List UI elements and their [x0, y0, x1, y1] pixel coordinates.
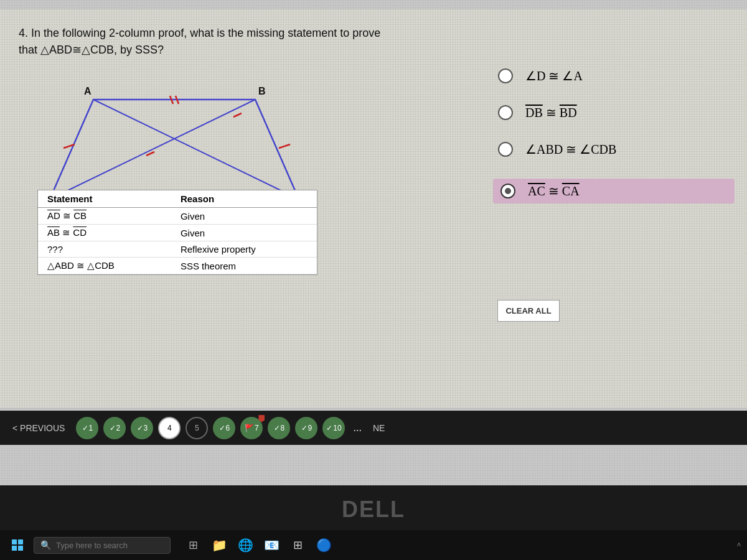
- svg-rect-13: [12, 546, 17, 551]
- radio-b[interactable]: [498, 105, 513, 120]
- svg-marker-0: [50, 100, 299, 199]
- question-number: 4.: [19, 27, 28, 39]
- svg-line-2: [93, 100, 299, 199]
- table-row: ??? Reflexive property: [38, 241, 317, 258]
- table-row: AB ≅ CD Given: [38, 225, 317, 241]
- content-area: 4. In the following 2-column proof, what…: [0, 9, 747, 408]
- screen: 4. In the following 2-column proof, what…: [0, 0, 747, 485]
- table-header-reason: Reason: [171, 190, 317, 208]
- vertex-a: A: [84, 86, 92, 96]
- radio-a[interactable]: [498, 68, 513, 83]
- search-icon: 🔍: [40, 540, 51, 551]
- windows-taskbar: 🔍 ⊞ 📁 🌐 📧 ⊞ 🔵 ^: [0, 530, 747, 560]
- table-header-statement: Statement: [38, 190, 171, 208]
- taskbar-mail-icon[interactable]: 📧: [260, 534, 283, 556]
- nav-num-7[interactable]: 🚩 7: [240, 417, 263, 439]
- taskbar-time: ^: [737, 541, 741, 550]
- vertex-b: B: [258, 86, 266, 96]
- taskbar-file-icon[interactable]: 📁: [208, 534, 230, 556]
- taskbar-chrome-icon[interactable]: 🔵: [312, 534, 335, 556]
- statement-1: AD ≅ CB: [38, 208, 171, 225]
- statement-3: ???: [38, 241, 171, 258]
- taskbar-icons: ⊞ 📁 🌐 📧 ⊞ 🔵: [182, 534, 335, 556]
- svg-line-9: [233, 113, 242, 117]
- nav-num-2[interactable]: ✓ 2: [103, 417, 126, 439]
- radio-d[interactable]: [500, 184, 515, 198]
- question-line2: that △ABD≅△CDB, by SSS?: [19, 42, 380, 58]
- answer-area: ∠D ≅ ∠A DB ≅ BD ∠ABD ≅ ∠CDB AC ≅ CA: [498, 68, 735, 225]
- nav-num-9[interactable]: ✓ 9: [295, 417, 317, 439]
- navigation-bar: < PREVIOUS ✓ 1 ✓ 2 ✓ 3 4 5 ✓ 6: [0, 411, 747, 445]
- svg-line-1: [50, 100, 255, 199]
- nav-dots: ...: [353, 421, 362, 434]
- question-text-line2: that △ABD≅△CDB, by SSS?: [19, 44, 164, 56]
- dell-logo: DELL: [342, 497, 405, 523]
- taskbar-search[interactable]: 🔍: [34, 537, 171, 554]
- next-button[interactable]: NE: [373, 423, 385, 433]
- clear-all-button[interactable]: CLEAR ALL: [497, 300, 560, 322]
- svg-rect-11: [12, 539, 17, 544]
- taskbar-right: ^: [737, 541, 741, 550]
- reason-4: SSS theorem: [171, 258, 317, 274]
- answer-text-c: ∠ABD ≅ ∠CDB: [525, 142, 616, 157]
- windows-start-button[interactable]: [6, 534, 29, 556]
- answer-choice-a[interactable]: ∠D ≅ ∠A: [498, 68, 735, 83]
- previous-button[interactable]: < PREVIOUS: [12, 423, 65, 433]
- answer-text-d: AC ≅ CA: [528, 184, 580, 198]
- reason-1: Given: [171, 208, 317, 225]
- statement-4: △ABD ≅ △CDB: [38, 258, 171, 274]
- nav-num-3[interactable]: ✓ 3: [131, 417, 153, 439]
- reason-3: Reflexive property: [171, 241, 317, 258]
- svg-rect-12: [18, 539, 23, 544]
- answer-text-a: ∠D ≅ ∠A: [525, 68, 583, 83]
- taskbar-edge-icon[interactable]: 🌐: [234, 534, 256, 556]
- reason-2: Given: [171, 225, 317, 241]
- answer-text-b: DB ≅ BD: [525, 105, 577, 120]
- nav-num-10[interactable]: ✓ 10: [322, 417, 345, 439]
- nav-num-1[interactable]: ✓ 1: [76, 417, 98, 439]
- nav-num-4[interactable]: 4: [158, 417, 181, 439]
- table-row: △ABD ≅ △CDB SSS theorem: [38, 258, 317, 274]
- answer-choice-d[interactable]: AC ≅ CA: [493, 179, 735, 203]
- question-line1: 4. In the following 2-column proof, what…: [19, 25, 380, 42]
- proof-table: Statement Reason AD ≅ CB Given AB ≅ CD G…: [37, 190, 317, 275]
- question-text: 4. In the following 2-column proof, what…: [19, 25, 380, 58]
- svg-line-4: [279, 144, 290, 148]
- table-row: AD ≅ CB Given: [38, 208, 317, 225]
- statement-2: AB ≅ CD: [38, 225, 171, 241]
- taskbar-grid-icon[interactable]: ⊞: [286, 534, 309, 556]
- svg-rect-14: [18, 546, 23, 551]
- nav-num-6[interactable]: ✓ 6: [213, 417, 235, 439]
- answer-choice-b[interactable]: DB ≅ BD: [498, 105, 735, 120]
- radio-c[interactable]: [498, 142, 513, 157]
- question-text-line1: In the following 2-column proof, what is…: [31, 27, 380, 39]
- nav-num-8[interactable]: ✓ 8: [268, 417, 290, 439]
- answer-choice-c[interactable]: ∠ABD ≅ ∠CDB: [498, 142, 735, 157]
- clear-all-label: CLEAR ALL: [505, 306, 551, 315]
- taskbar-view-icon[interactable]: ⊞: [182, 534, 204, 556]
- nav-num-5[interactable]: 5: [186, 417, 208, 439]
- search-input[interactable]: [56, 541, 156, 550]
